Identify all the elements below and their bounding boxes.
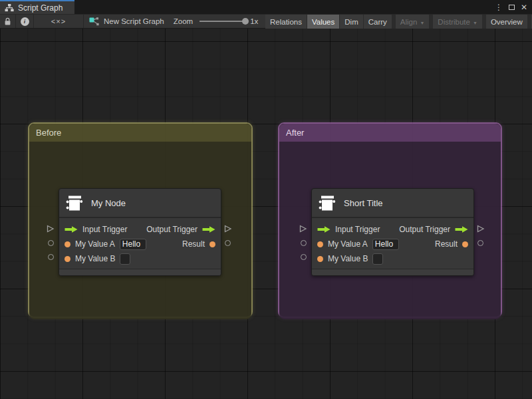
close-icon[interactable]: ✕ xyxy=(521,3,527,11)
node-body: Input Trigger Output Trigger My Value A xyxy=(312,218,473,269)
output-trigger-label: Output Trigger xyxy=(399,225,450,234)
node-header[interactable]: Short Title xyxy=(312,189,473,218)
graph-breadcrumb[interactable]: New Script Graph xyxy=(84,17,164,26)
output-trigger-label: Output Trigger xyxy=(146,225,198,234)
tab-bar: Script Graph ⋮ ✕ xyxy=(0,0,532,14)
maximize-icon[interactable] xyxy=(509,5,515,10)
group-title: After xyxy=(286,128,304,138)
relations-button[interactable]: Relations xyxy=(265,15,307,29)
code-preview-button[interactable]: <×> xyxy=(34,15,83,28)
tab-title: Script Graph xyxy=(18,3,63,13)
node-title: Short Title xyxy=(344,198,383,208)
zoom-control: Zoom 1x xyxy=(174,17,259,25)
overview-label: Overview xyxy=(491,18,523,26)
chevron-down-icon: ▼ xyxy=(473,21,477,25)
result-port-icon[interactable] xyxy=(462,241,468,247)
result-label: Result xyxy=(435,239,458,249)
code-icon: <×> xyxy=(51,17,66,25)
unit-node-icon xyxy=(65,194,83,212)
value-a-row: My Value A Result xyxy=(59,237,221,251)
value-port-icon[interactable] xyxy=(65,256,70,262)
value-a-row: My Value A Result xyxy=(312,237,473,251)
value-b-label: My Value B xyxy=(328,254,368,263)
node-short-title[interactable]: Short Title Input Trigger Output Trigger xyxy=(311,188,474,276)
info-button[interactable]: i xyxy=(16,15,33,28)
external-result-port[interactable] xyxy=(225,240,231,246)
external-flow-in-port[interactable] xyxy=(299,224,307,236)
value-a-input[interactable] xyxy=(372,239,399,250)
value-a-label: My Value A xyxy=(328,239,368,249)
value-b-input[interactable] xyxy=(120,253,130,265)
distribute-label: Distribute xyxy=(438,18,470,26)
window-menu-icon[interactable]: ⋮ xyxy=(495,3,503,11)
lock-icon xyxy=(4,17,11,26)
external-value-a-port[interactable] xyxy=(301,240,307,246)
value-a-label: My Value A xyxy=(75,239,115,249)
graph-canvas[interactable]: Before After xyxy=(0,29,532,399)
node-footer xyxy=(312,269,473,275)
overview-button[interactable]: Overview xyxy=(486,15,527,29)
value-port-icon[interactable] xyxy=(317,256,323,262)
value-port-icon[interactable] xyxy=(317,241,323,247)
node-title: My Node xyxy=(91,198,126,208)
node-footer xyxy=(59,269,221,275)
relations-label: Relations xyxy=(270,18,302,26)
external-flow-out-port[interactable] xyxy=(476,224,485,236)
values-label: Values xyxy=(312,18,334,26)
node-my-node[interactable]: My Node Input Trigger Output Trigger xyxy=(59,188,221,276)
graph-hierarchy-icon xyxy=(5,4,14,12)
result-port-icon[interactable] xyxy=(209,241,215,247)
zoom-value: 1x xyxy=(250,17,258,25)
external-value-a-port[interactable] xyxy=(48,240,54,246)
group-after-header[interactable]: After xyxy=(279,124,501,142)
info-icon: i xyxy=(21,17,29,26)
flow-out-arrow-icon[interactable] xyxy=(455,225,468,233)
node-header[interactable]: My Node xyxy=(59,189,221,218)
external-value-b-port[interactable] xyxy=(48,254,54,260)
zoom-label: Zoom xyxy=(174,17,193,25)
chevron-down-icon: ▼ xyxy=(420,21,424,25)
node-body: Input Trigger Output Trigger My Value A xyxy=(59,218,221,269)
input-trigger-label: Input Trigger xyxy=(335,225,380,234)
lock-button[interactable] xyxy=(0,15,15,28)
script-graph-icon xyxy=(89,17,99,26)
external-result-port[interactable] xyxy=(477,240,483,246)
flow-in-arrow-icon[interactable] xyxy=(317,225,331,233)
dim-label: Dim xyxy=(344,18,358,26)
align-dropdown[interactable]: Align ▼ xyxy=(396,15,430,29)
values-button[interactable]: Values xyxy=(307,15,339,29)
toolbar-toggle-group: Relations Values Dim Carry Align ▼ Distr… xyxy=(265,15,532,29)
align-label: Align xyxy=(400,18,418,26)
graph-name-label: New Script Graph xyxy=(104,17,164,25)
flow-in-arrow-icon[interactable] xyxy=(65,225,78,233)
zoom-slider-handle[interactable] xyxy=(242,18,249,25)
value-port-icon[interactable] xyxy=(65,241,70,247)
value-b-label: My Value B xyxy=(75,254,115,263)
input-trigger-label: Input Trigger xyxy=(82,225,127,234)
external-flow-out-port[interactable] xyxy=(223,224,232,236)
graph-toolbar: i <×> New Script Graph Zoom xyxy=(0,14,532,29)
value-b-input[interactable] xyxy=(372,253,383,265)
flow-out-arrow-icon[interactable] xyxy=(202,225,215,233)
external-flow-in-port[interactable] xyxy=(46,224,55,236)
dim-button[interactable]: Dim xyxy=(340,15,362,29)
unit-node-icon xyxy=(318,194,336,212)
group-title: Before xyxy=(36,128,61,138)
value-a-input[interactable] xyxy=(120,239,146,250)
value-b-row: My Value B xyxy=(59,251,221,266)
script-graph-window: Script Graph ⋮ ✕ i <×> xyxy=(0,0,532,399)
carry-button[interactable]: Carry xyxy=(364,15,392,29)
distribute-dropdown[interactable]: Distribute ▼ xyxy=(433,15,482,29)
external-value-b-port[interactable] xyxy=(301,254,307,260)
value-b-row: My Value B xyxy=(312,251,473,266)
tab-script-graph[interactable]: Script Graph xyxy=(0,0,74,14)
carry-label: Carry xyxy=(368,18,387,26)
result-label: Result xyxy=(182,239,205,249)
trigger-row: Input Trigger Output Trigger xyxy=(312,222,473,237)
group-before-header[interactable]: Before xyxy=(29,124,251,142)
window-controls: ⋮ ✕ xyxy=(495,0,532,14)
zoom-slider-track[interactable] xyxy=(200,21,246,22)
trigger-row: Input Trigger Output Trigger xyxy=(59,222,221,237)
